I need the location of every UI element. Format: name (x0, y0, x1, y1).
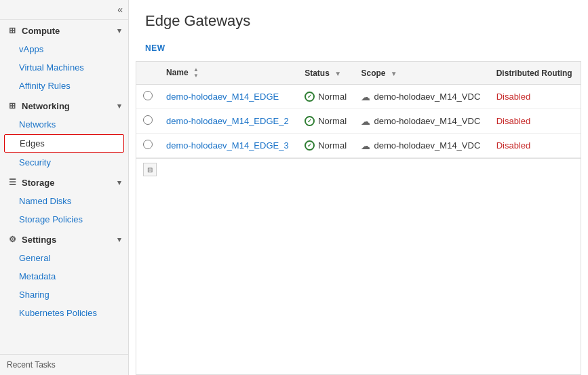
row-scope-label: demo-holodaev_M14_VDC (374, 116, 480, 126)
sidebar-collapse-btn[interactable]: « (0, 0, 128, 20)
row-status-cell: Normal (298, 109, 354, 134)
page-title: Edge Gateways (145, 12, 572, 30)
storage-icon: ☰ (7, 177, 18, 188)
edge-gateways-table: Name ▲ ▼ Status ▼ Scope ▼ (136, 62, 581, 158)
row-distributed-routing-label: Disabled (496, 92, 531, 102)
sidebar-item-sharing[interactable]: Sharing (0, 285, 128, 304)
new-button[interactable]: NEW (145, 41, 165, 56)
row-radio-cell[interactable] (136, 85, 159, 109)
table-header-row: Name ▲ ▼ Status ▼ Scope ▼ (136, 62, 581, 85)
collapse-icon[interactable]: « (117, 4, 123, 15)
row-distributed-routing-cell: Disabled (490, 134, 581, 158)
col-distributed-routing: Distributed Routing (490, 62, 581, 85)
storage-chevron: ▾ (117, 178, 121, 187)
sort-asc-icon: ▲ (193, 67, 199, 73)
row-scope-cell: ☁ demo-holodaev_M14_VDC (354, 134, 489, 158)
cloud-icon: ☁ (361, 92, 370, 102)
sidebar-item-virtual-machines[interactable]: Virtual Machines (0, 58, 128, 77)
row-distributed-routing-cell: Disabled (490, 109, 581, 134)
settings-icon: ⚙ (7, 234, 18, 245)
table-row: demo-holodaev_M14_EDGE_3 Normal ☁ demo-h… (136, 134, 581, 158)
cloud-icon: ☁ (361, 116, 370, 127)
toolbar: NEW (129, 37, 588, 61)
networking-label: Networking (22, 101, 70, 111)
scope-filter-icon[interactable]: ▼ (391, 70, 397, 77)
sidebar: « ⊞ Compute ▾ vApps Virtual Machines Aff… (0, 0, 129, 375)
col-name-label: Name (166, 68, 189, 77)
networking-icon: ⊞ (7, 100, 18, 111)
compute-chevron: ▾ (117, 26, 121, 35)
row-status-label: Normal (318, 92, 347, 102)
status-normal-icon (305, 92, 315, 102)
status-filter-icon[interactable]: ▼ (334, 70, 341, 77)
col-status-label: Status (305, 68, 330, 78)
row-status-label: Normal (318, 140, 347, 151)
table-footer: ⊟ (136, 158, 581, 180)
status-normal-icon (305, 140, 315, 151)
row-radio-cell[interactable] (136, 134, 159, 158)
name-sort-icons[interactable]: ▲ ▼ (193, 67, 199, 79)
sidebar-item-storage-policies[interactable]: Storage Policies (0, 210, 128, 229)
sidebar-item-named-disks[interactable]: Named Disks (0, 192, 128, 210)
edge-gateways-table-container: Name ▲ ▼ Status ▼ Scope ▼ (136, 61, 581, 375)
sidebar-item-metadata[interactable]: Metadata (0, 267, 128, 285)
sidebar-section-compute[interactable]: ⊞ Compute ▾ (0, 20, 128, 40)
row-status-cell: Normal (298, 85, 354, 109)
row-scope-label: demo-holodaev_M14_VDC (374, 140, 480, 151)
row-status-label: Normal (318, 116, 347, 126)
col-scope-label: Scope (361, 68, 385, 78)
col-status[interactable]: Status ▼ (298, 62, 354, 85)
sort-desc-icon: ▼ (193, 73, 199, 79)
row-name-cell: demo-holodaev_M14_EDGE_2 (159, 109, 298, 134)
sidebar-item-kubernetes-policies[interactable]: Kubernetes Policies (0, 304, 128, 322)
settings-chevron: ▾ (117, 235, 121, 244)
col-scope[interactable]: Scope ▼ (354, 62, 489, 85)
storage-label: Storage (22, 178, 54, 188)
row-radio-input[interactable] (143, 115, 153, 125)
table-body: demo-holodaev_M14_EDGE Normal ☁ demo-hol… (136, 85, 581, 158)
row-name-link[interactable]: demo-holodaev_M14_EDGE (166, 92, 279, 102)
row-scope-cell: ☁ demo-holodaev_M14_VDC (354, 109, 489, 134)
main-content: Edge Gateways NEW Name ▲ ▼ Status (129, 0, 588, 375)
row-scope-cell: ☁ demo-holodaev_M14_VDC (354, 85, 489, 109)
page-header: Edge Gateways (129, 0, 588, 37)
table-row: demo-holodaev_M14_EDGE Normal ☁ demo-hol… (136, 85, 581, 109)
row-scope-label: demo-holodaev_M14_VDC (374, 92, 480, 102)
row-name-link[interactable]: demo-holodaev_M14_EDGE_3 (166, 140, 289, 151)
row-radio-input[interactable] (143, 140, 153, 149)
status-normal-icon (305, 116, 315, 126)
compute-icon: ⊞ (7, 25, 18, 36)
row-radio-cell[interactable] (136, 109, 159, 134)
row-distributed-routing-label: Disabled (496, 140, 531, 151)
sidebar-item-security[interactable]: Security (0, 153, 128, 172)
col-name[interactable]: Name ▲ ▼ (159, 62, 298, 85)
compute-label: Compute (22, 26, 60, 36)
sidebar-item-affinity-rules[interactable]: Affinity Rules (0, 77, 128, 95)
row-status-cell: Normal (298, 134, 354, 158)
sidebar-item-edges[interactable]: Edges (4, 134, 124, 153)
networking-chevron: ▾ (117, 102, 121, 111)
table-row: demo-holodaev_M14_EDGE_2 Normal ☁ demo-h… (136, 109, 581, 134)
sidebar-section-networking[interactable]: ⊞ Networking ▾ (0, 95, 128, 115)
row-name-link[interactable]: demo-holodaev_M14_EDGE_2 (166, 116, 289, 126)
recent-tasks-label: Recent Tasks (0, 354, 128, 375)
sidebar-section-storage[interactable]: ☰ Storage ▾ (0, 172, 128, 192)
settings-label: Settings (22, 235, 56, 245)
cloud-icon: ☁ (361, 140, 370, 151)
row-distributed-routing-label: Disabled (496, 116, 531, 126)
col-distributed-routing-label: Distributed Routing (496, 68, 572, 78)
sidebar-item-networks[interactable]: Networks (0, 115, 128, 134)
row-radio-input[interactable] (143, 91, 153, 100)
col-select (136, 62, 159, 85)
row-name-cell: demo-holodaev_M14_EDGE (159, 85, 298, 109)
sidebar-item-vapps[interactable]: vApps (0, 40, 128, 58)
row-name-cell: demo-holodaev_M14_EDGE_3 (159, 134, 298, 158)
sidebar-section-settings[interactable]: ⚙ Settings ▾ (0, 229, 128, 249)
row-distributed-routing-cell: Disabled (490, 85, 581, 109)
footer-columns-icon[interactable]: ⊟ (143, 163, 157, 176)
sidebar-item-general[interactable]: General (0, 249, 128, 267)
